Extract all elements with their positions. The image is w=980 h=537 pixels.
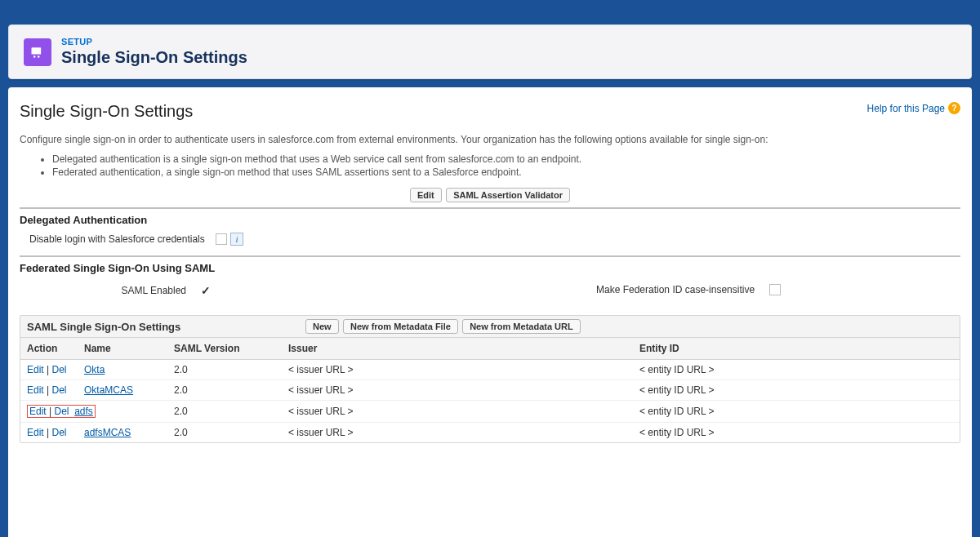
saml-enabled-check-icon: ✓ <box>201 284 211 297</box>
row-version: 2.0 <box>167 360 282 380</box>
table-row: Edit | DelOkta2.0< issuer URL >< entity … <box>20 360 960 380</box>
row-version: 2.0 <box>167 423 282 443</box>
app-frame: SETUP Single Sign-On Settings Single Sig… <box>0 0 980 537</box>
page-title: Single Sign-On Settings <box>20 102 193 121</box>
saml-enabled-label: SAML Enabled <box>20 285 199 296</box>
new-button[interactable]: New <box>305 319 339 334</box>
row-entity: < entity ID URL > <box>633 401 960 423</box>
page-header-text: SETUP Single Sign-On Settings <box>61 37 247 67</box>
table-row: Edit | DeladfsMCAS2.0< issuer URL >< ent… <box>20 423 960 443</box>
saml-settings-title: SAML Single Sign-On Settings <box>27 321 305 333</box>
svg-rect-0 <box>32 47 42 54</box>
row-version: 2.0 <box>167 380 282 401</box>
page-eyebrow: SETUP <box>61 37 247 47</box>
col-name: Name <box>78 338 167 360</box>
page-description: Configure single sign-on in order to aut… <box>20 134 960 145</box>
col-action: Action <box>20 338 78 360</box>
row-edit-link[interactable]: Edit <box>27 364 44 375</box>
col-entity: Entity ID <box>633 338 960 360</box>
saml-settings-panel: SAML Single Sign-On Settings New New fro… <box>20 315 960 443</box>
edit-button[interactable]: Edit <box>410 188 442 202</box>
row-entity: < entity ID URL > <box>633 423 960 443</box>
new-from-file-button[interactable]: New from Metadata File <box>343 319 458 334</box>
federation-id-label: Make Federation ID case-insensitive <box>596 284 755 295</box>
section-federated-title: Federated Single Sign-On Using SAML <box>20 262 960 274</box>
row-name-link[interactable]: adfsMCAS <box>84 427 131 438</box>
row-edit-link[interactable]: Edit <box>27 427 44 438</box>
row-edit-link[interactable]: Edit <box>27 384 44 396</box>
section-delegated-title: Delegated Authentication <box>20 214 960 226</box>
col-version: SAML Version <box>167 338 282 360</box>
top-button-row: Edit SAML Assertion Validator <box>20 188 960 202</box>
row-del-link[interactable]: Del <box>51 364 66 375</box>
new-from-url-button[interactable]: New from Metadata URL <box>462 319 581 334</box>
saml-settings-table: Action Name SAML Version Issuer Entity I… <box>20 337 960 442</box>
col-issuer: Issuer <box>282 338 633 360</box>
table-row: Edit | Del adfs2.0< issuer URL >< entity… <box>20 401 960 423</box>
divider <box>20 207 960 209</box>
sso-option-list: Delegated authentication is a single sig… <box>52 153 960 178</box>
sso-option-federated: Federated authentication, a single sign-… <box>52 166 960 178</box>
info-icon[interactable]: i <box>230 233 243 246</box>
content-panel: Single Sign-On Settings Help for this Pa… <box>8 87 972 537</box>
row-issuer: < issuer URL > <box>282 401 633 423</box>
row-version: 2.0 <box>167 401 282 423</box>
row-issuer: < issuer URL > <box>282 360 633 380</box>
row-issuer: < issuer URL > <box>282 423 633 443</box>
row-entity: < entity ID URL > <box>633 380 960 401</box>
page-header: SETUP Single Sign-On Settings <box>8 24 972 79</box>
svg-rect-1 <box>33 55 36 58</box>
saml-validator-button[interactable]: SAML Assertion Validator <box>446 188 570 202</box>
row-del-link[interactable]: Del <box>51 427 66 438</box>
row-name-link[interactable]: adfs <box>74 406 93 417</box>
help-link-label: Help for this Page <box>867 103 945 114</box>
divider <box>20 255 960 257</box>
row-edit-link[interactable]: Edit <box>29 406 47 417</box>
row-name-link[interactable]: Okta <box>84 364 105 375</box>
sso-option-delegated: Delegated authentication is a single sig… <box>52 153 960 165</box>
disable-login-checkbox[interactable] <box>216 233 227 245</box>
federation-id-checkbox[interactable] <box>769 284 781 295</box>
setup-icon <box>24 38 51 66</box>
svg-rect-2 <box>38 55 40 58</box>
row-del-link[interactable]: Del <box>51 384 66 396</box>
highlight-box: Edit | Del adfs <box>27 405 96 418</box>
help-link[interactable]: Help for this Page ? <box>867 102 960 114</box>
page-header-title: Single Sign-On Settings <box>61 48 247 67</box>
table-row: Edit | DelOktaMCAS2.0< issuer URL >< ent… <box>20 380 960 401</box>
row-issuer: < issuer URL > <box>282 380 633 401</box>
help-icon: ? <box>948 102 960 114</box>
disable-login-label: Disable login with Salesforce credential… <box>20 233 216 245</box>
row-name-link[interactable]: OktaMCAS <box>84 384 133 396</box>
row-del-link[interactable]: Del <box>54 406 69 417</box>
row-entity: < entity ID URL > <box>633 360 960 380</box>
